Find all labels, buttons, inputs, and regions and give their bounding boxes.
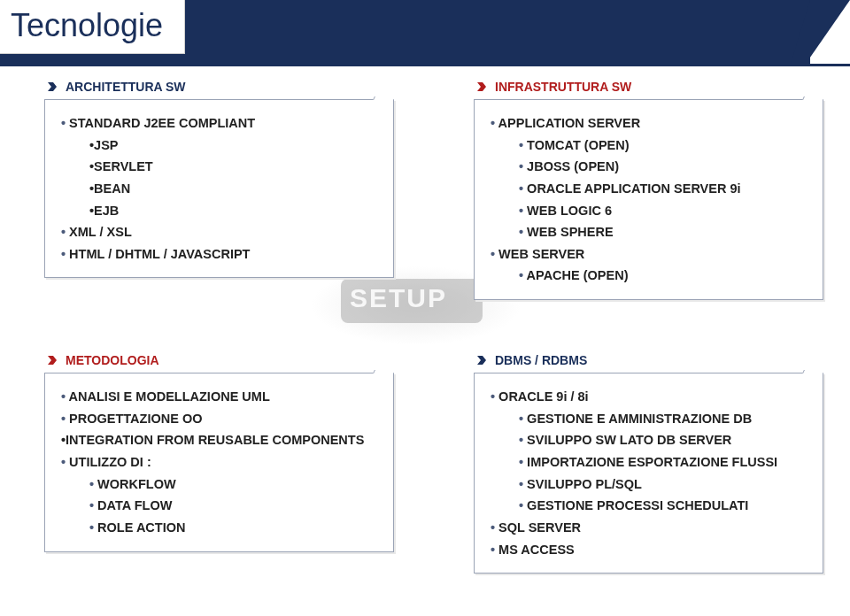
card-dbms: ORACLE 9i / 8iGESTIONE E AMMINISTRAZIONE… [474,373,823,574]
list-item: JBOSS (OPEN) [491,156,808,178]
list-item: GESTIONE PROCESSI SCHEDULATI [491,495,808,517]
card-infrastruttura: APPLICATION SERVERTOMCAT (OPEN)JBOSS (OP… [474,99,823,300]
list-item: WEB SPHERE [491,221,808,243]
header-chevron-inner [791,0,810,64]
list-item: WORKFLOW [61,474,379,496]
section-metodologia: METODOLOGIA ANALISI E MODELLAZIONE UMLPR… [44,353,394,574]
list-item: UTILIZZO DI : [61,451,379,474]
list-item: •JSP [61,135,379,157]
list-item: •EJB [61,200,379,222]
section-dbms: DBMS / RDBMS ORACLE 9i / 8iGESTIONE E AM… [474,353,823,574]
row-top: ARCHITETTURA SW STANDARD J2EE COMPLIANT•… [44,80,823,300]
header-underline [0,64,850,66]
list-item: ORACLE 9i / 8i [491,386,808,408]
slide-content: ARCHITETTURA SW STANDARD J2EE COMPLIANT•… [0,80,850,616]
arrow-right-icon [46,81,58,93]
section-infrastruttura: INFRASTRUTTURA SW APPLICATION SERVERTOMC… [474,80,823,300]
list-item: HTML / DHTML / JAVASCRIPT [61,243,379,266]
list-item: •BEAN [61,178,379,200]
header-chevron [806,0,850,64]
list-item: GESTIONE E AMMINISTRAZIONE DB [491,408,808,430]
list-item: WEB SERVER [491,243,808,266]
list-item: SVILUPPO SW LATO DB SERVER [491,429,808,451]
list-item: APPLICATION SERVER [491,112,808,135]
arrow-right-icon [475,81,488,93]
list-item: ROLE ACTION [61,517,379,539]
list-item: •INTEGRATION FROM REUSABLE COMPONENTS [61,429,379,451]
list-item: ANALISI E MODELLAZIONE UML [61,386,379,408]
list-item: •SERVLET [61,156,379,178]
page-title-box: Tecnologie [0,0,185,54]
list-item: WEB LOGIC 6 [491,200,808,222]
section-label-infrastruttura: INFRASTRUTTURA SW [474,80,823,94]
page-title: Tecnologie [11,7,163,43]
list-item: STANDARD J2EE COMPLIANT [61,112,379,135]
section-label-metodologia: METODOLOGIA [44,353,394,367]
list-item: TOMCAT (OPEN) [491,135,808,157]
arrow-right-icon [475,354,488,366]
list-item: XML / XSL [61,221,379,243]
row-bottom: METODOLOGIA ANALISI E MODELLAZIONE UMLPR… [44,353,823,574]
list-item: SVILUPPO PL/SQL [491,474,808,496]
section-label-text: INFRASTRUTTURA SW [495,80,631,94]
section-label-dbms: DBMS / RDBMS [474,353,823,367]
section-label-text: METODOLOGIA [66,353,159,367]
list-item: APACHE (OPEN) [491,265,808,287]
card-architettura: STANDARD J2EE COMPLIANT•JSP•SERVLET•BEAN… [44,99,394,278]
list-item: PROGETTAZIONE OO [61,408,379,430]
list-item: IMPORTAZIONE ESPORTAZIONE FLUSSI [491,451,808,474]
list-item: DATA FLOW [61,495,379,517]
list-item: SQL SERVER [491,517,808,539]
card-metodologia: ANALISI E MODELLAZIONE UMLPROGETTAZIONE … [44,373,394,551]
list-item: ORACLE APPLICATION SERVER 9i [491,178,808,200]
section-label-architettura: ARCHITETTURA SW [44,80,394,94]
section-architettura: ARCHITETTURA SW STANDARD J2EE COMPLIANT•… [44,80,394,300]
list-item: MS ACCESS [491,539,808,561]
section-label-text: DBMS / RDBMS [495,353,587,367]
section-label-text: ARCHITETTURA SW [66,80,186,94]
arrow-right-icon [46,354,58,366]
